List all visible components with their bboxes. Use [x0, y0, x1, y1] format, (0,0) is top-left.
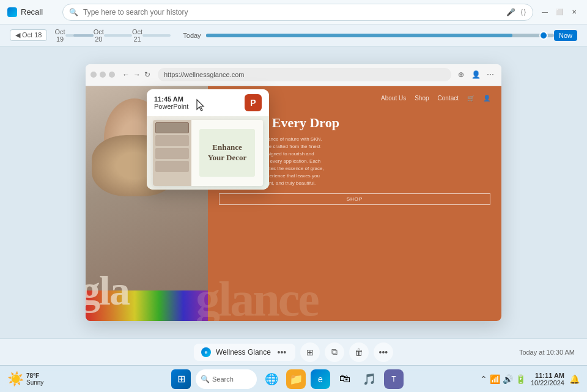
battery-icon[interactable]: 🔋 — [515, 374, 526, 384]
ppt-thumb-4 — [155, 161, 189, 172]
system-clock[interactable]: 11:11 AM 10/22/2024 — [531, 372, 564, 386]
minimize-button[interactable]: — — [539, 7, 550, 18]
popup-app-name: PowerPoint — [154, 103, 188, 110]
timeline-progress — [206, 34, 554, 37]
code-icon: ⟨⟩ — [520, 8, 526, 17]
taskbar: ☀️ 78°F Sunny ⊞ 🔍 Search 🌐 📁 e 🛍 🎵 T ⌃ 📶… — [0, 365, 587, 392]
sys-tray-icons: ⌃ 📶 🔊 🔋 — [480, 374, 526, 384]
browser-url-bar[interactable]: https://wellnessglance.com — [158, 68, 451, 81]
popup-preview: Enhance Your Decor — [147, 116, 269, 190]
main-area: ← → ↻ https://wellnessglance.com ⊕ 👤 ⋯ — [0, 46, 587, 338]
chevron-up-icon[interactable]: ⌃ — [480, 374, 487, 384]
timeline-date-oct21: Oct 21 — [132, 28, 142, 43]
nav-account-icon[interactable]: 👤 — [483, 95, 490, 102]
wifi-icon[interactable]: 📶 — [490, 374, 500, 384]
weather-info: 78°F Sunny — [26, 372, 43, 386]
refresh-button[interactable]: ↻ — [144, 70, 150, 79]
back-button[interactable]: ← — [122, 70, 130, 79]
bottom-tab-bar: e Wellness Glance ••• ⊞ ⧉ 🗑 ••• Today at… — [0, 338, 587, 365]
search-icon: 🔍 — [69, 8, 78, 17]
window-controls: — ⬜ ✕ — [539, 7, 580, 18]
screenshot-button[interactable]: ⊞ — [300, 342, 320, 362]
glance-watermark: gla — [86, 267, 129, 315]
taskbar-search[interactable]: 🔍 Search — [196, 369, 257, 389]
clock-date: 10/22/2024 — [531, 379, 564, 386]
nav-about[interactable]: About Us — [381, 95, 406, 102]
taskbar-search-label: Search — [212, 375, 234, 383]
today-label: Today — [183, 32, 201, 39]
browser-chrome: ← → ↻ https://wellnessglance.com ⊕ 👤 ⋯ — [86, 64, 501, 86]
browser-settings-icon[interactable]: ⋯ — [484, 68, 497, 81]
timeline-track-3[interactable] — [142, 34, 171, 37]
timeline-dates: Oct 19 Oct 20 Oct 21 — [47, 28, 178, 43]
timeline-back-button[interactable]: ◀ Oct 18 — [10, 29, 47, 41]
browser-dot-2 — [100, 72, 106, 78]
extensions-icon[interactable]: ⊕ — [455, 68, 467, 81]
tab-wellness-glance[interactable]: e Wellness Glance ••• — [194, 344, 295, 361]
copy-button[interactable]: ⧉ — [325, 342, 344, 362]
weather-icon: ☀️ — [7, 371, 24, 387]
notification-icon[interactable]: 🔔 — [569, 374, 580, 384]
maximize-button[interactable]: ⬜ — [554, 7, 565, 18]
timeline-track[interactable] — [65, 34, 94, 37]
taskbar-spotify[interactable]: 🎵 — [360, 369, 379, 389]
progress-track[interactable] — [206, 34, 554, 37]
shop-button[interactable]: SHOP — [219, 193, 490, 205]
search-input[interactable] — [83, 8, 501, 17]
ppt-thumb-1 — [155, 122, 189, 133]
ppt-thumb-3 — [155, 148, 189, 159]
bottom-timestamp: Today at 10:30 AM — [519, 349, 575, 356]
popup-header: 11:45 AM PowerPoint P — [147, 89, 269, 116]
taskbar-center: ⊞ 🔍 Search 🌐 📁 e 🛍 🎵 T — [81, 369, 494, 389]
now-button[interactable]: Now — [554, 30, 577, 41]
nav-cart-icon[interactable]: 🛒 — [467, 95, 474, 102]
ppt-slide: Enhance Your Decor — [153, 120, 263, 186]
search-bar[interactable]: 🔍 🎤 ⟨⟩ — [62, 4, 533, 21]
weather-condition: Sunny — [26, 379, 43, 386]
tab-title: Wellness Glance — [216, 348, 271, 357]
timeline-bar: ◀ Oct 18 Oct 19 Oct 20 Oct 21 Today Now — [0, 24, 587, 46]
ppt-main-slide: Enhance Your Decor — [191, 120, 263, 186]
timeline-date-oct20: Oct 20 — [94, 28, 104, 43]
nav-contact[interactable]: Contact — [438, 95, 459, 102]
popup-time: 11:45 AM — [154, 95, 188, 103]
ppt-slide-text: Enhance Your Decor — [204, 142, 250, 163]
ppt-slides-panel — [153, 120, 191, 186]
taskbar-teams[interactable]: T — [384, 369, 404, 389]
timeline-date-oct19: Oct 19 — [54, 28, 65, 43]
taskbar-left: ☀️ 78°F Sunny — [7, 371, 81, 387]
app-title: Recall — [21, 7, 43, 17]
start-button[interactable]: ⊞ — [171, 369, 191, 389]
browser-dot-1 — [90, 72, 97, 78]
popup-card[interactable]: 11:45 AM PowerPoint P Enhance Your Decor — [147, 89, 269, 190]
profile-icon[interactable]: 👤 — [470, 68, 482, 81]
title-bar: Recall 🔍 🎤 ⟨⟩ — ⬜ ✕ — [0, 0, 587, 24]
weather-temperature: 78°F — [26, 372, 43, 379]
ppt-thumb-2 — [155, 135, 189, 146]
taskbar-edge[interactable]: e — [311, 369, 330, 389]
windows-logo-icon: ⊞ — [177, 373, 185, 385]
powerpoint-icon: P — [245, 94, 262, 111]
browser-toolbar-icons: ⊕ 👤 ⋯ — [455, 68, 497, 81]
forward-button[interactable]: → — [133, 70, 141, 79]
browser-dot-3 — [109, 72, 115, 78]
bottom-actions: ⊞ ⧉ 🗑 ••• — [300, 342, 393, 362]
more-button[interactable]: ••• — [374, 342, 393, 362]
volume-icon[interactable]: 🔊 — [503, 374, 513, 384]
taskbar-file-explorer[interactable]: 📁 — [286, 369, 306, 389]
popup-time-app: 11:45 AM PowerPoint — [154, 95, 188, 110]
browser-dots — [90, 72, 115, 78]
tab-more-button[interactable]: ••• — [276, 346, 288, 358]
recall-icon — [7, 7, 17, 17]
edge-browser-icon: e — [201, 347, 211, 357]
taskbar-widgets[interactable]: 🌐 — [262, 369, 281, 389]
taskbar-right: ⌃ 📶 🔊 🔋 11:11 AM 10/22/2024 🔔 — [494, 372, 580, 386]
delete-button[interactable]: 🗑 — [349, 342, 369, 362]
progress-thumb[interactable] — [539, 31, 548, 40]
close-button[interactable]: ✕ — [569, 7, 580, 18]
mic-icon: 🎤 — [506, 8, 515, 17]
timeline-track-2[interactable] — [104, 34, 132, 37]
page-big-glance-text: glance — [196, 272, 501, 321]
taskbar-store[interactable]: 🛍 — [335, 369, 355, 389]
nav-shop[interactable]: Shop — [415, 95, 429, 102]
